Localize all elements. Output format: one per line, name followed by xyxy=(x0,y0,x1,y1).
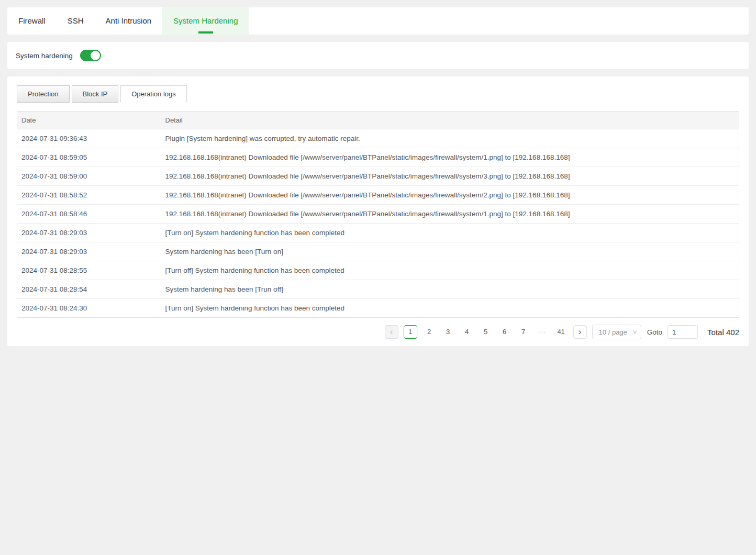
cell-date: 2024-07-31 08:58:46 xyxy=(17,205,161,224)
subtab-block-ip[interactable]: Block IP xyxy=(72,85,119,103)
toggle-knob xyxy=(91,51,100,60)
tab-firewall[interactable]: Firewall xyxy=(7,7,57,35)
cell-date: 2024-07-31 08:59:05 xyxy=(17,148,161,167)
cell-detail: System hardening has been [Turn on] xyxy=(161,242,739,261)
table-row: 2024-07-31 08:58:52 192.168.168.168(intr… xyxy=(17,186,739,205)
table-row: 2024-07-31 08:28:55 [Turn off] System ha… xyxy=(17,261,739,280)
operation-logs-table: Date Detail 2024-07-31 09:36:43 Plugin [… xyxy=(17,111,739,318)
chevron-down-icon: ∨ xyxy=(632,329,637,335)
page-number[interactable]: 2 xyxy=(423,325,436,339)
cell-detail: 192.168.168.168(intranet) Downloaded fil… xyxy=(161,167,739,186)
cell-detail: System hardening has been [Trun off] xyxy=(161,280,739,299)
cell-date: 2024-07-31 08:29:03 xyxy=(17,242,161,261)
cell-date: 2024-07-31 08:24:30 xyxy=(17,299,161,318)
total-count: Total 402 xyxy=(707,328,739,337)
cell-date: 2024-07-31 08:58:52 xyxy=(17,186,161,205)
tab-system-hardening[interactable]: System Hardening xyxy=(162,7,249,35)
chevron-right-icon: › xyxy=(579,327,582,336)
cell-detail: Plugin [System hardening] was corrupted,… xyxy=(161,129,739,148)
system-hardening-toggle[interactable] xyxy=(80,50,101,61)
cell-date: 2024-07-31 08:28:54 xyxy=(17,280,161,299)
page-list: 1 2 3 4 5 6 7 ··· 41 xyxy=(401,325,571,339)
cell-detail: 192.168.168.168(intranet) Downloaded fil… xyxy=(161,186,739,205)
page-number[interactable]: 5 xyxy=(479,325,493,339)
table-row: 2024-07-31 08:29:03 [Turn on] System har… xyxy=(17,224,739,242)
table-row: 2024-07-31 08:59:00 192.168.168.168(intr… xyxy=(17,167,739,186)
cell-detail: [Turn on] System hardening function has … xyxy=(161,224,739,242)
column-header-date: Date xyxy=(17,112,161,129)
table-row: 2024-07-31 08:24:30 [Turn on] System har… xyxy=(17,299,739,318)
table-row: 2024-07-31 08:58:46 192.168.168.168(intr… xyxy=(17,205,739,224)
prev-page-button[interactable]: ‹ xyxy=(385,325,398,339)
table-row: 2024-07-31 08:29:03 System hardening has… xyxy=(17,242,739,261)
tab-anti-intrusion[interactable]: Anti Intrusion xyxy=(95,7,163,35)
system-hardening-label: System hardening xyxy=(16,52,73,60)
cell-date: 2024-07-31 08:59:00 xyxy=(17,167,161,186)
column-header-detail: Detail xyxy=(161,112,739,129)
tab-ssh[interactable]: SSH xyxy=(57,7,95,35)
table-row: 2024-07-31 09:36:43 Plugin [System harde… xyxy=(17,129,739,148)
subtab-protection[interactable]: Protection xyxy=(17,85,70,103)
page-number[interactable]: 1 xyxy=(404,325,417,339)
cell-detail: 192.168.168.168(intranet) Downloaded fil… xyxy=(161,148,739,167)
table-row: 2024-07-31 08:28:54 System hardening has… xyxy=(17,280,739,299)
table-header-row: Date Detail xyxy=(17,112,739,129)
page-number[interactable]: 4 xyxy=(460,325,474,339)
pagination: ‹ 1 2 3 4 5 6 7 ··· 41 › 10 / page ∨ xyxy=(17,325,739,339)
system-hardening-panel: System hardening xyxy=(7,42,749,69)
cell-detail: [Turn off] System hardening function has… xyxy=(161,261,739,280)
page: Firewall SSH Anti Intrusion System Harde… xyxy=(0,0,756,353)
cell-date: 2024-07-31 09:36:43 xyxy=(17,129,161,148)
main-panel: Protection Block IP Operation logs Date … xyxy=(7,76,749,346)
page-size-value: 10 / page xyxy=(599,328,627,336)
cell-date: 2024-07-31 08:28:55 xyxy=(17,261,161,280)
table-row: 2024-07-31 08:59:05 192.168.168.168(intr… xyxy=(17,148,739,167)
cell-detail: 192.168.168.168(intranet) Downloaded fil… xyxy=(161,205,739,224)
goto-input[interactable] xyxy=(668,325,698,339)
top-tab-bar: Firewall SSH Anti Intrusion System Harde… xyxy=(7,7,749,35)
page-number[interactable]: 41 xyxy=(554,325,568,339)
page-number[interactable]: 3 xyxy=(441,325,455,339)
page-number[interactable]: 6 xyxy=(498,325,512,339)
subtab-operation-logs[interactable]: Operation logs xyxy=(120,85,187,103)
goto-label: Goto xyxy=(647,328,662,336)
sub-tab-bar: Protection Block IP Operation logs xyxy=(17,85,739,103)
page-size-select[interactable]: 10 / page ∨ xyxy=(592,325,641,339)
page-ellipsis: ··· xyxy=(536,325,549,339)
log-table-body: 2024-07-31 09:36:43 Plugin [System harde… xyxy=(17,129,739,318)
next-page-button[interactable]: › xyxy=(573,325,587,339)
page-number[interactable]: 7 xyxy=(517,325,530,339)
cell-detail: [Turn on] System hardening function has … xyxy=(161,299,739,318)
cell-date: 2024-07-31 08:29:03 xyxy=(17,224,161,242)
chevron-left-icon: ‹ xyxy=(390,327,393,336)
